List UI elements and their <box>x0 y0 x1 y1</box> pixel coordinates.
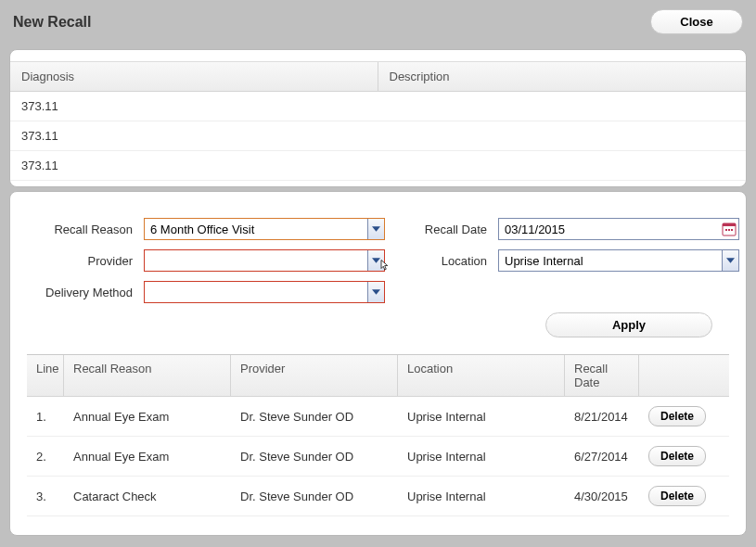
column-description[interactable]: Description <box>378 62 747 91</box>
cell-date: 6/27/2014 <box>565 440 639 473</box>
delete-button[interactable]: Delete <box>648 486 706 506</box>
chevron-down-icon[interactable] <box>367 282 384 302</box>
delivery-method-combo[interactable] <box>144 281 385 303</box>
provider-input[interactable] <box>144 249 385 272</box>
cell-location: Uprise Internal <box>398 440 565 473</box>
cell-provider: Dr. Steve Sunder OD <box>231 480 398 513</box>
calendar-icon[interactable] <box>722 222 737 236</box>
cell-line: 1. <box>27 401 64 433</box>
cell-diagnosis: 373.11 <box>10 151 378 180</box>
column-location[interactable]: Location <box>398 355 565 396</box>
diagnosis-panel: Diagnosis Description 373.11 373.11 373.… <box>9 49 747 187</box>
diagnosis-table-body: 373.11 373.11 373.11 <box>10 92 746 181</box>
apply-button[interactable]: Apply <box>545 312 712 337</box>
column-line[interactable]: Line <box>27 355 64 396</box>
table-row[interactable]: 373.11 <box>10 121 746 151</box>
table-row[interactable]: 373.11 <box>10 151 746 181</box>
recall-reason-combo[interactable] <box>144 218 385 240</box>
cell-line: 3. <box>27 480 64 513</box>
cell-location: Uprise Internal <box>398 401 565 433</box>
cell-date: 4/30/2015 <box>565 480 639 513</box>
delete-button[interactable]: Delete <box>648 446 706 466</box>
recall-table-body: 1. Annual Eye Exam Dr. Steve Sunder OD U… <box>27 397 729 516</box>
recall-date-input[interactable] <box>498 218 739 240</box>
recall-form-panel: Recall Reason Recall Date Provider Locat… <box>9 191 747 536</box>
cell-description <box>378 121 747 150</box>
provider-label: Provider <box>27 254 138 268</box>
chevron-down-icon[interactable] <box>367 219 384 239</box>
svg-rect-4 <box>731 229 733 231</box>
recall-reason-label: Recall Reason <box>27 223 138 236</box>
delivery-method-input[interactable] <box>144 281 385 303</box>
chevron-down-icon[interactable] <box>367 250 384 271</box>
column-recall-date[interactable]: Recall Date <box>565 355 639 396</box>
cell-diagnosis: 373.11 <box>10 92 378 121</box>
recall-reason-input[interactable] <box>144 218 385 240</box>
provider-combo[interactable] <box>144 249 385 272</box>
recall-date-field[interactable] <box>498 218 739 240</box>
table-row[interactable]: 373.11 <box>10 92 746 121</box>
recall-date-label: Recall Date <box>391 223 493 236</box>
svg-rect-1 <box>723 223 736 226</box>
table-row[interactable]: 3. Cataract Check Dr. Steve Sunder OD Up… <box>27 477 729 516</box>
location-combo[interactable] <box>498 249 739 272</box>
location-label: Location <box>391 254 493 268</box>
column-provider[interactable]: Provider <box>231 355 398 396</box>
table-row[interactable]: 2. Annual Eye Exam Dr. Steve Sunder OD U… <box>27 437 729 477</box>
cell-line: 2. <box>27 440 64 473</box>
svg-rect-2 <box>725 229 727 231</box>
cell-diagnosis: 373.11 <box>10 121 378 150</box>
cell-provider: Dr. Steve Sunder OD <box>231 440 398 473</box>
svg-rect-3 <box>728 229 730 231</box>
column-actions <box>639 355 729 396</box>
table-row[interactable]: 1. Annual Eye Exam Dr. Steve Sunder OD U… <box>27 397 729 437</box>
delivery-method-label: Delivery Method <box>27 286 138 299</box>
recall-table-header: Line Recall Reason Provider Location Rec… <box>27 354 729 397</box>
cell-reason: Cataract Check <box>64 480 231 513</box>
close-button[interactable]: Close <box>650 9 743 34</box>
column-recall-reason[interactable]: Recall Reason <box>64 355 231 396</box>
cell-provider: Dr. Steve Sunder OD <box>231 401 398 433</box>
cell-date: 8/21/2014 <box>565 401 639 433</box>
page-title: New Recall <box>13 14 91 31</box>
cell-reason: Annual Eye Exam <box>64 440 231 473</box>
delete-button[interactable]: Delete <box>648 406 706 426</box>
chevron-down-icon[interactable] <box>722 250 738 271</box>
cell-reason: Annual Eye Exam <box>64 401 231 433</box>
cell-description <box>378 151 747 180</box>
cell-description <box>378 92 747 121</box>
location-input[interactable] <box>498 249 739 272</box>
cell-location: Uprise Internal <box>398 480 565 513</box>
column-diagnosis[interactable]: Diagnosis <box>10 62 378 91</box>
diagnosis-table-header: Diagnosis Description <box>10 61 746 92</box>
